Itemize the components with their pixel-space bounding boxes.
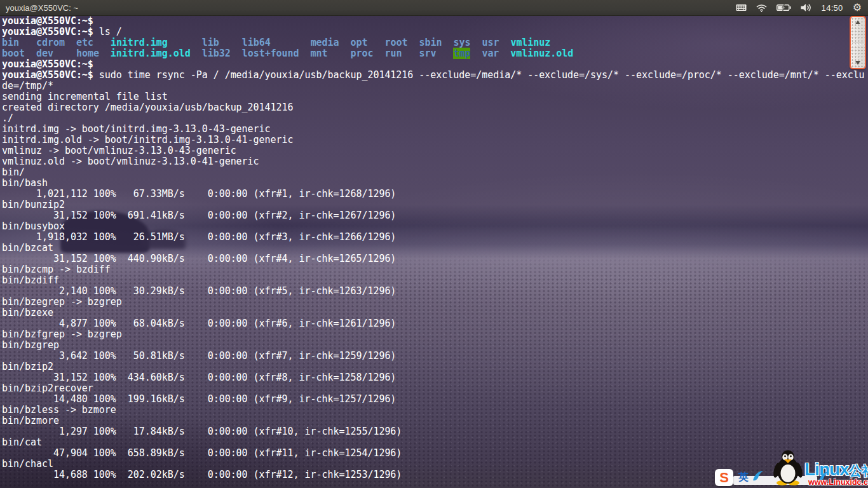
window-title: youxia@X550VC: ~	[0, 3, 78, 13]
terminal-line: 14,480 100% 199.16kB/s 0:00:00 (xfr#9, i…	[2, 394, 865, 405]
terminal-line: 1,297 100% 17.84kB/s 0:00:00 (xfr#10, ir…	[2, 426, 865, 437]
sogou-s-badge: S	[715, 469, 733, 486]
terminal-line: initrd.img -> boot/initrd.img-3.13.0-43-…	[2, 124, 865, 135]
terminal-line: bin/bash	[2, 178, 865, 189]
wifi-icon[interactable]	[756, 4, 767, 12]
desktop-screen: youxia@X550VC: ~	[0, 0, 868, 488]
linuxidc-watermark: S 英	[709, 451, 868, 488]
terminal-line: bin/bunzip2	[2, 200, 865, 210]
terminal-line: bin cdrom etc initrd.img lib lib64 media…	[2, 37, 865, 48]
terminal-line: created directory /media/youxia/usb/back…	[2, 102, 865, 113]
terminal-line: 1,021,112 100% 67.33MB/s 0:00:00 (xfr#1,…	[2, 189, 865, 200]
terminal-line: youxia@X550VC:~$ ls /	[2, 27, 865, 37]
terminal-line: 1,918,032 100% 26.51MB/s 0:00:00 (xfr#3,…	[2, 232, 865, 243]
volume-icon[interactable]	[801, 3, 812, 12]
session-gear-icon[interactable]: ⚙	[853, 3, 862, 13]
brand-cjk: 公社	[849, 463, 868, 478]
terminal-line: bin/bzip2recover	[2, 383, 865, 394]
terminal-line: 3,642 100% 50.81kB/s 0:00:00 (xfr#7, ir-…	[2, 351, 865, 362]
terminal-line: bin/bzegrep -> bzgrep	[2, 297, 865, 308]
terminal-line: 31,152 100% 434.60kB/s 0:00:00 (xfr#8, i…	[2, 372, 865, 383]
battery-charging-icon[interactable]	[776, 4, 791, 11]
terminal-line: bin/bzmore	[2, 416, 865, 426]
terminal-line: bin/cat	[2, 437, 865, 448]
terminal-line: vmlinuz.old -> boot/vmlinuz-3.13.0-41-ge…	[2, 156, 865, 167]
terminal-line: bin/bzip2	[2, 362, 865, 372]
terminal-line: bin/busybox	[2, 221, 865, 232]
terminal-line: 31,152 100% 691.41kB/s 0:00:00 (xfr#2, i…	[2, 210, 865, 221]
clock[interactable]: 14:50	[822, 3, 843, 13]
terminal-line: de=/tmp/*	[2, 81, 865, 92]
terminal-line: bin/bzfgrep -> bzgrep	[2, 329, 865, 340]
terminal-line: youxia@X550VC:~$	[2, 59, 865, 70]
terminal-line: ./	[2, 113, 865, 124]
terminal-output: youxia@X550VC:~$youxia@X550VC:~$ ls /bin…	[2, 16, 865, 480]
terminal-line: bin/	[2, 167, 865, 178]
scroll-up-arrow-icon[interactable]	[855, 20, 860, 24]
s-badge-letter: S	[719, 471, 729, 485]
terminal-line: initrd.img.old -> boot/initrd.img-3.13.0…	[2, 135, 865, 146]
scrollbar[interactable]	[850, 16, 866, 69]
terminal-line: boot dev home initrd.img.old lib32 lost+…	[2, 48, 865, 59]
terminal-line: bin/bzcat	[2, 243, 865, 254]
terminal-line: bin/bzdiff	[2, 275, 865, 286]
terminal-line: bin/bzless -> bzmore	[2, 405, 865, 416]
brand-url: www.Linuxidc.com	[808, 478, 868, 487]
terminal-line: 2,140 100% 30.29kB/s 0:00:00 (xfr#5, ir-…	[2, 286, 865, 297]
top-panel: youxia@X550VC: ~	[0, 0, 868, 16]
scroll-down-arrow-icon[interactable]	[855, 61, 860, 65]
tux-penguin-icon	[769, 449, 807, 488]
input-method-en-badge: 英	[736, 470, 751, 484]
keyboard-icon[interactable]	[736, 4, 747, 11]
terminal-line: bin/bzexe	[2, 308, 865, 318]
terminal-line: bin/bzcmp -> bzdiff	[2, 264, 865, 275]
blue-swoosh-icon	[752, 469, 769, 485]
scrollbar-groove	[852, 43, 864, 45]
terminal-line: sending incremental file list	[2, 92, 865, 102]
terminal-line: 31,152 100% 440.90kB/s 0:00:00 (xfr#4, i…	[2, 254, 865, 264]
system-tray: 14:50 ⚙	[736, 3, 868, 13]
en-badge-char: 英	[738, 471, 749, 484]
brand-text: Linux公社	[804, 459, 868, 480]
terminal-line: vmlinuz -> boot/vmlinuz-3.13.0-43-generi…	[2, 146, 865, 156]
terminal-line: 4,877 100% 68.04kB/s 0:00:00 (xfr#6, ir-…	[2, 318, 865, 329]
terminal-line: youxia@X550VC:~$ sudo time rsync -Pa / /…	[2, 70, 865, 81]
terminal-line: youxia@X550VC:~$	[2, 16, 865, 27]
terminal-line: bin/bzgrep	[2, 340, 865, 351]
